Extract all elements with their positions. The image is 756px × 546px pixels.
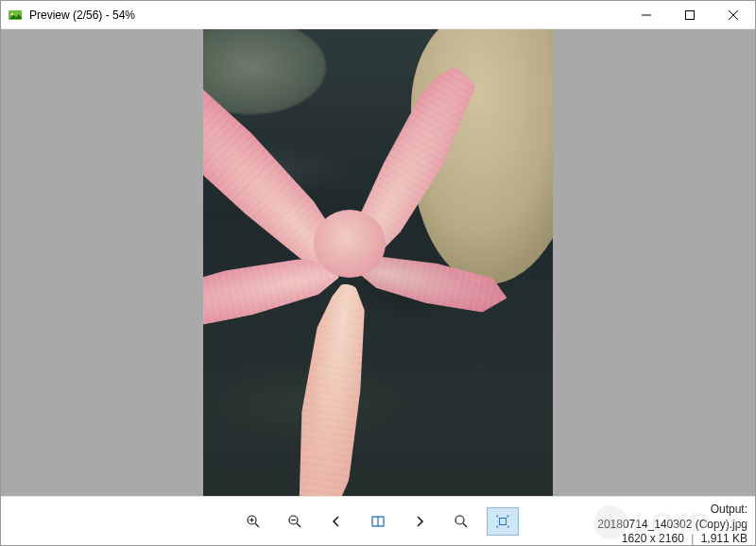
output-dimensions: 1620 x 2160 <box>622 532 684 545</box>
image-viewport[interactable] <box>1 29 755 496</box>
actual-size-button[interactable] <box>487 507 519 536</box>
zoom-out-button[interactable] <box>279 507 311 536</box>
svg-point-6 <box>455 516 464 524</box>
minimize-button[interactable] <box>625 1 668 29</box>
output-filename: 20180714_140302 (Copy).jpg <box>597 518 747 533</box>
app-window: Preview (2/56) - 54% <box>0 0 756 546</box>
svg-rect-2 <box>686 10 695 19</box>
titlebar: Preview (2/56) - 54% <box>1 1 755 29</box>
maximize-button[interactable] <box>668 1 712 29</box>
output-filesize: 1,911 KB <box>701 532 747 545</box>
output-meta: 1620 x 2160 | 1,911 KB <box>597 532 747 546</box>
compare-button[interactable] <box>362 507 394 536</box>
output-label: Output: <box>597 503 747 518</box>
fit-button[interactable] <box>445 507 477 536</box>
next-button[interactable] <box>404 507 436 536</box>
app-icon <box>8 8 23 23</box>
svg-rect-7 <box>500 518 507 524</box>
output-info: Output: 20180714_140302 (Copy).jpg 1620 … <box>597 503 747 546</box>
meta-separator: | <box>691 532 694 545</box>
prev-button[interactable] <box>320 507 352 536</box>
window-title: Preview (2/56) - 54% <box>29 9 135 22</box>
close-button[interactable] <box>712 1 755 29</box>
preview-image <box>203 29 553 496</box>
zoom-in-button[interactable] <box>237 507 269 536</box>
toolbar: Output: 20180714_140302 (Copy).jpg 1620 … <box>1 496 755 545</box>
